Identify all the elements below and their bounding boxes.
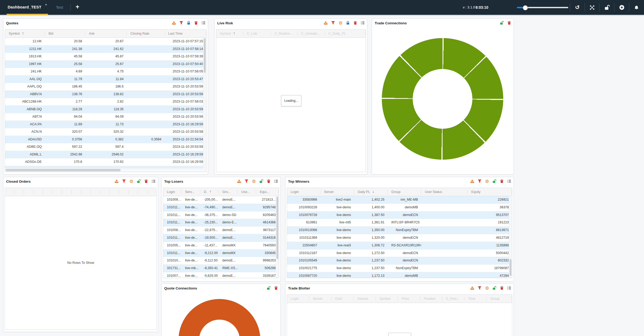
table-row[interactable]: 1010111369live-demo1,320.00demoECN481271… <box>287 234 512 242</box>
trash-icon[interactable] <box>274 286 278 290</box>
scrollbar-thumb[interactable] <box>6 169 121 171</box>
lock-icon[interactable] <box>187 21 191 25</box>
table-row[interactable]: 331731...live-mb...-6,350.41RME-XS...506… <box>163 265 279 272</box>
columns-icon[interactable] <box>274 179 278 183</box>
table-row[interactable]: ADBE.OQ597.22597.42023-11-10 20:53:59 <box>5 143 206 151</box>
column-header[interactable] <box>53 188 62 196</box>
column-header-login[interactable]: Login <box>287 188 320 196</box>
column-header[interactable] <box>129 188 138 196</box>
column-header[interactable] <box>148 188 157 196</box>
column-header-c-daily-pl[interactable]: C_Daily_PL <box>325 30 365 38</box>
tab-dashboard-test[interactable]: Dashboard_TEST× <box>7 0 48 15</box>
column-header-gro-[interactable]: Gro... <box>219 188 238 196</box>
download-icon[interactable] <box>115 179 119 183</box>
column-header-login[interactable]: Login <box>163 188 181 196</box>
trash-icon[interactable] <box>353 21 357 25</box>
gear-icon[interactable]: ⚙ <box>485 286 489 290</box>
table-row[interactable]: 1010079728live-demo1,387.50demoECN951370… <box>287 211 512 219</box>
gear-icon[interactable]: ⚙ <box>485 179 489 183</box>
column-header-daily-pl[interactable]: Daily PL↓ <box>354 188 388 196</box>
table-row[interactable]: 1010021775live-demo1,237.50NonExpiryTBM1… <box>287 265 512 272</box>
vertical-scrollbar[interactable] <box>509 196 512 278</box>
scrollbar-thumb[interactable] <box>510 259 511 276</box>
add-icon[interactable] <box>614 5 629 10</box>
download-icon[interactable] <box>172 21 176 25</box>
column-header-server[interactable]: Server <box>320 188 354 196</box>
column-header[interactable] <box>15 188 24 196</box>
column-header-login[interactable]: Login <box>287 295 309 303</box>
column-header-time[interactable]: Time <box>464 295 487 303</box>
trash-icon[interactable] <box>267 179 271 183</box>
column-header[interactable] <box>62 188 72 196</box>
unlock-icon[interactable] <box>500 21 504 25</box>
vertical-scrollbar[interactable] <box>276 196 279 278</box>
unlock-icon[interactable] <box>267 286 271 290</box>
table-row[interactable]: 1010013066live-demo1,350.00NonExpiryTBM8… <box>287 227 512 234</box>
refresh-icon[interactable]: ↺ <box>570 4 585 11</box>
column-header-use-[interactable]: Use... <box>238 188 256 196</box>
column-header-symbol[interactable]: Symbol <box>376 295 398 303</box>
trash-icon[interactable] <box>194 21 198 25</box>
scrollbar-thumb[interactable] <box>204 38 206 73</box>
table-row[interactable]: ABC1288.HK2.772.822023-11-10 07:58:03 <box>5 98 206 106</box>
column-header-last-time[interactable]: Last Time <box>164 30 206 38</box>
column-header-symbol[interactable]: Symbol↑ <box>216 30 243 38</box>
column-header-group[interactable]: Group <box>388 188 421 196</box>
filter-icon[interactable] <box>478 179 482 183</box>
table-row[interactable]: 613961live-mt51,361.91INTL\SF-BR4R7C5191… <box>287 219 512 227</box>
columns-icon[interactable] <box>507 179 511 183</box>
table-row[interactable]: 1913.HK45.5845.872023-11-10 07:59:39 <box>5 53 206 61</box>
column-header-position[interactable]: Position <box>420 295 442 303</box>
column-header-c-lots[interactable]: C_Lots <box>243 30 271 38</box>
table-row[interactable]: 22504607live-real31,306.72R3-SCAXR10R13R… <box>287 242 512 250</box>
add-tab-button[interactable]: + <box>76 0 79 15</box>
columns-icon[interactable] <box>152 179 156 183</box>
scrollbar-thumb[interactable] <box>276 197 278 259</box>
table-row[interactable]: 101008...live-de...-22,875...demoE...967… <box>163 227 279 234</box>
column-header-server[interactable]: Server <box>309 295 331 303</box>
gear-icon[interactable]: ⚙ <box>129 179 133 183</box>
table-row[interactable]: ACA.PA11.6911.732023-11-10 16:29:59 <box>5 121 206 128</box>
table-row[interactable]: 101007...live-de...-5,625.00demoE...3339… <box>163 272 279 278</box>
filter-icon[interactable] <box>245 179 248 183</box>
column-header-user-status[interactable]: User Status <box>421 188 468 196</box>
column-header-c-realized-pl[interactable]: C_Realized_PL <box>271 30 297 38</box>
notifications-icon[interactable] <box>629 5 644 10</box>
table-row[interactable]: ADAUSD0.37560.3820.35942023-11-10 21:54:… <box>5 136 206 144</box>
column-header-ask[interactable]: Ask <box>85 30 127 38</box>
table-row[interactable]: 101009...live-de...-205,00...demoE...271… <box>163 196 279 204</box>
columns-icon[interactable] <box>507 286 511 290</box>
column-header-cmd[interactable]: Cmd <box>331 295 354 303</box>
table-row[interactable]: 1010112187live-demo1,272.50demoECN500044… <box>287 250 512 257</box>
filter-icon[interactable] <box>179 21 183 25</box>
close-tab-icon[interactable]: × <box>45 3 47 7</box>
unlock-icon[interactable] <box>259 179 263 183</box>
table-row[interactable]: ABT.N94.0494.092023-11-10 20:53:56 <box>5 113 206 121</box>
lock-icon[interactable] <box>346 21 350 25</box>
trash-icon[interactable] <box>500 286 504 290</box>
column-header[interactable] <box>100 188 110 196</box>
slider-handle[interactable] <box>523 5 528 10</box>
table-row[interactable]: ADSGn.DE170.8170.922023-11-10 16:29:59 <box>5 158 206 166</box>
table-row[interactable]: 1010087720live-demo1,172.13demoMB47294 <box>287 272 512 278</box>
gear-icon[interactable]: ⚙ <box>339 21 342 25</box>
filter-icon[interactable] <box>122 179 126 183</box>
table-row[interactable]: ABNB.OQ118.28118.352023-11-10 20:53:59 <box>5 106 206 113</box>
column-header[interactable] <box>81 188 91 196</box>
table-row[interactable]: 1010093226live-demo1,400.00demoMB36378 <box>287 204 512 211</box>
column-header-bid[interactable]: Bid <box>45 30 85 38</box>
unlock-icon[interactable] <box>492 286 496 290</box>
filter-icon[interactable] <box>331 21 335 25</box>
column-header[interactable] <box>119 188 129 196</box>
tab-test[interactable]: Test <box>55 0 64 15</box>
column-header-c-unrealized-[interactable]: C_Unrealized... <box>297 30 325 38</box>
table-row[interactable]: 1010105549live-demo1,237.50demoECN602332 <box>287 257 512 265</box>
table-row[interactable]: 101005...live-de...-11,437...demoMX76405… <box>163 242 279 250</box>
lock-icon[interactable] <box>600 5 614 10</box>
column-header[interactable] <box>34 188 43 196</box>
table-row[interactable]: 12.HK20.5820.672023-11-10 07:57:15 <box>5 38 206 45</box>
download-icon[interactable] <box>324 21 328 25</box>
trash-icon[interactable] <box>500 179 504 183</box>
column-header[interactable] <box>5 188 15 196</box>
trash-icon[interactable] <box>507 21 511 25</box>
